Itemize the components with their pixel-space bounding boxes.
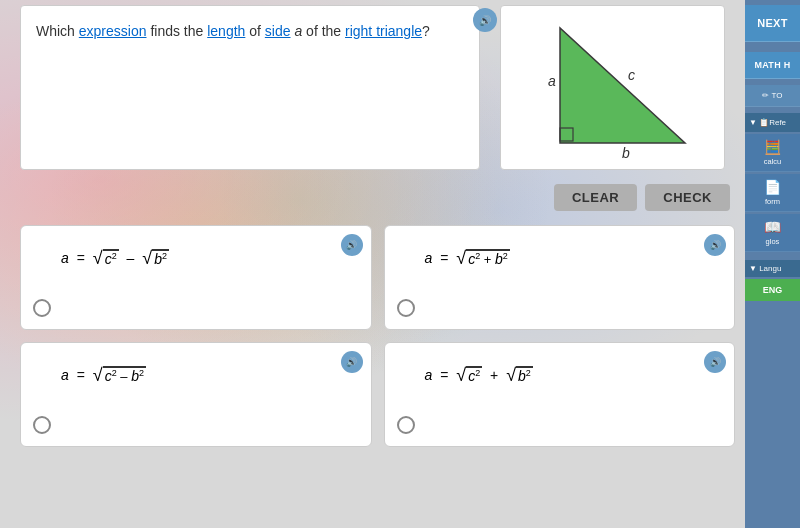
triangle-diagram: a b c xyxy=(500,5,725,170)
side-link[interactable]: side xyxy=(265,23,291,39)
triangle-svg: a b c xyxy=(520,18,705,158)
formula-button[interactable]: 📄 form xyxy=(745,174,800,212)
check-button[interactable]: CHECK xyxy=(645,184,730,211)
answer-option-c[interactable]: 🔊 a = √ c2 – b2 xyxy=(20,342,372,447)
pencil-icon: ✏ xyxy=(762,91,769,100)
right-sidebar: NEXT MATH H ✏ TO ▼ 📋Refe 🧮 calcu 📄 form … xyxy=(745,0,800,528)
answer-a-radio[interactable] xyxy=(33,299,51,317)
side-b-label: b xyxy=(622,145,630,158)
answer-c-sound-button[interactable]: 🔊 xyxy=(341,351,363,373)
question-text: Which expression finds the length of sid… xyxy=(36,21,464,42)
calculator-button[interactable]: 🧮 calcu xyxy=(745,134,800,172)
answer-d-formula: a = √ c2 + √ b2 xyxy=(425,366,720,384)
answer-a-sound-button[interactable]: 🔊 xyxy=(341,234,363,256)
speaker-icon-a: 🔊 xyxy=(346,240,357,250)
speaker-icon-c: 🔊 xyxy=(346,357,357,367)
english-button[interactable]: ENG xyxy=(745,279,800,301)
reference-section[interactable]: ▼ 📋Refe xyxy=(745,113,800,132)
answer-b-radio[interactable] xyxy=(397,299,415,317)
glossary-button[interactable]: 📖 glos xyxy=(745,214,800,252)
question-sound-button[interactable]: 🔊 xyxy=(473,8,497,32)
expression-link[interactable]: expression xyxy=(79,23,147,39)
answer-c-formula: a = √ c2 – b2 xyxy=(61,366,356,384)
ref-icon: 📋 xyxy=(759,118,769,127)
answer-b-sound-button[interactable]: 🔊 xyxy=(704,234,726,256)
triangle-icon-lang: ▼ xyxy=(749,264,757,273)
answer-a-formula: a = √ c2 – √ b2 xyxy=(61,249,356,267)
clear-button[interactable]: CLEAR xyxy=(554,184,637,211)
answer-c-radio[interactable] xyxy=(33,416,51,434)
language-section: ▼ Langu xyxy=(745,260,800,277)
triangle-icon: ▼ xyxy=(749,118,757,127)
answer-d-sound-button[interactable]: 🔊 xyxy=(704,351,726,373)
tool-button[interactable]: ✏ TO xyxy=(745,85,800,107)
length-link[interactable]: length xyxy=(207,23,245,39)
answer-b-formula: a = √ c2 + b2 xyxy=(425,249,720,267)
calculator-icon: 🧮 xyxy=(764,139,781,155)
math-hook-button[interactable]: MATH H xyxy=(745,52,800,79)
answer-option-b[interactable]: 🔊 a = √ c2 + b2 xyxy=(384,225,736,330)
answer-option-a[interactable]: 🔊 a = √ c2 – √ b2 xyxy=(20,225,372,330)
answers-grid: 🔊 a = √ c2 – √ b2 🔊 xyxy=(20,225,735,447)
speaker-icon: 🔊 xyxy=(479,15,491,26)
right-triangle-link[interactable]: right triangle xyxy=(345,23,422,39)
speaker-icon-d: 🔊 xyxy=(710,357,721,367)
next-button[interactable]: NEXT xyxy=(745,5,800,42)
side-c-label: c xyxy=(628,67,635,83)
svg-marker-0 xyxy=(560,28,685,143)
answer-d-radio[interactable] xyxy=(397,416,415,434)
question-box: Which expression finds the length of sid… xyxy=(20,5,480,170)
formula-icon: 📄 xyxy=(764,179,781,195)
speaker-icon-b: 🔊 xyxy=(710,240,721,250)
side-a-label: a xyxy=(548,73,556,89)
controls-area: CLEAR CHECK xyxy=(0,175,745,220)
glossary-icon: 📖 xyxy=(764,219,781,235)
answer-option-d[interactable]: 🔊 a = √ c2 + √ b2 xyxy=(384,342,736,447)
main-content: Which expression finds the length of sid… xyxy=(0,0,745,528)
